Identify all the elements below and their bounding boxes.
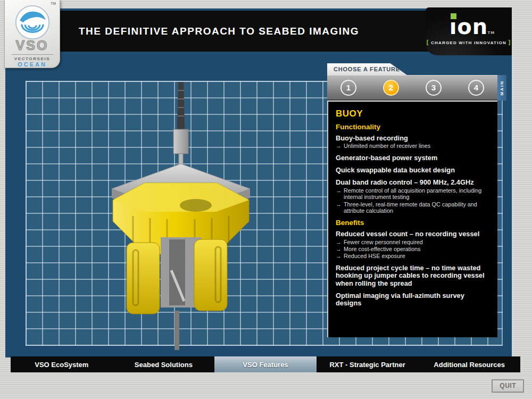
- feature-button-4[interactable]: 4: [468, 80, 484, 96]
- buoy-3d-render: [80, 79, 293, 350]
- feature-item-sub: →Reduced HSE exposure: [336, 253, 491, 259]
- nav-item-vso-features[interactable]: VSO Features: [214, 356, 317, 372]
- feature-item: Dual band radio control – 900 MHz, 2.4GH…: [336, 179, 491, 214]
- section-heading: Functionality: [336, 123, 491, 131]
- feature-item: Reduced vessel count – no recording vess…: [336, 230, 491, 260]
- vso-vectorseis-label: VECTORSEIS: [14, 56, 50, 61]
- feature-item-sub: →Unlimited number of receiver lines: [336, 143, 491, 149]
- bottom-navigation: VSO EcoSystemSeabed SolutionsVSO Feature…: [11, 356, 520, 372]
- feature-item-head: Reduced project cycle time – no time was…: [336, 264, 491, 287]
- arrow-icon: →: [336, 253, 344, 259]
- feature-item-head: Quick swappable data bucket design: [336, 167, 491, 174]
- feature-item-head: Generator-based power system: [336, 154, 491, 162]
- main-side-tab[interactable]: MAIN: [497, 75, 506, 101]
- quit-button[interactable]: QUIT: [492, 379, 524, 393]
- feature-item-sub-text: More cost-effective operations: [344, 246, 491, 252]
- feature-item: Generator-based power system: [336, 154, 491, 162]
- ion-wordmark: ıon TM: [450, 18, 488, 35]
- vso-acronym: VSO: [16, 39, 49, 52]
- feature-item: Optimal imaging via full-azimuth survey …: [336, 292, 491, 307]
- divider: [12, 54, 53, 55]
- feature-item-head: Optimal imaging via full-azimuth survey …: [336, 292, 491, 307]
- feature-info-panel: BUOY FunctionalityBuoy-based recording→U…: [327, 101, 497, 337]
- feature-button-bar: 1234: [327, 75, 497, 101]
- cable-icon: [174, 311, 179, 350]
- vso-logo: TM VSO VECTORSEIS OCEAN: [4, 0, 60, 68]
- antenna-icon: [177, 82, 185, 129]
- feature-item: Quick swappable data bucket design: [336, 167, 491, 174]
- ion-tagline: [ CHARGED WITH INNOVATION ]: [427, 39, 511, 45]
- section-heading: Benefits: [336, 219, 491, 227]
- arrow-icon: →: [336, 143, 344, 149]
- feature-item: Reduced project cycle time – no time was…: [336, 264, 491, 287]
- vso-trademark: TM: [51, 2, 56, 5]
- feature-item-head: Buoy-based recording: [336, 135, 491, 142]
- feature-item-sub-text: Unlimited number of receiver lines: [344, 143, 491, 149]
- nav-item-vso-ecosystem[interactable]: VSO EcoSystem: [11, 356, 113, 372]
- feature-item: Buoy-based recording→Unlimited number of…: [336, 135, 491, 149]
- panel-title: BUOY: [336, 109, 491, 119]
- nav-item-rxt-strategic-partner[interactable]: RXT - Strategic Partner: [317, 356, 419, 372]
- feature-item-sub-text: Fewer crew personnel required: [344, 239, 491, 245]
- feature-button-2-active[interactable]: 2: [383, 80, 399, 96]
- page-title: THE DEFINITIVE APPROACH TO SEABED IMAGIN…: [60, 26, 359, 37]
- feature-item-sub: →Fewer crew personnel required: [336, 239, 491, 245]
- nav-item-additional-resources[interactable]: Additional Resources: [418, 356, 520, 372]
- feature-button-3[interactable]: 3: [426, 80, 442, 96]
- feature-item-head: Reduced vessel count – no recording vess…: [336, 230, 491, 238]
- ion-green-dot-icon: [451, 13, 456, 19]
- ion-trademark: TM: [488, 32, 495, 35]
- feature-item-sub-text: Remote control of all acquisition parame…: [344, 187, 491, 201]
- feature-item-sub: →More cost-effective operations: [336, 246, 491, 252]
- wave-ripple-icon: [15, 5, 50, 40]
- ion-logo: ıon TM [ CHARGED WITH INNOVATION ]: [426, 7, 512, 55]
- feature-button-1[interactable]: 1: [340, 80, 356, 96]
- feature-item-sub-text: Three-level, real-time remote data QC ca…: [344, 201, 491, 214]
- feature-item-head: Dual band radio control – 900 MHz, 2.4GH…: [336, 179, 491, 186]
- feature-item-sub: →Three-level, real-time remote data QC c…: [336, 201, 491, 214]
- arrow-icon: →: [336, 187, 344, 201]
- feature-item-sub: →Remote control of all acquisition param…: [336, 187, 491, 201]
- nav-item-seabed-solutions[interactable]: Seabed Solutions: [113, 356, 215, 372]
- feature-item-sub-text: Reduced HSE exposure: [344, 253, 491, 259]
- arrow-icon: →: [336, 201, 344, 214]
- arrow-icon: →: [336, 239, 344, 245]
- arrow-icon: →: [336, 246, 344, 252]
- vso-ocean-label: OCEAN: [18, 61, 47, 68]
